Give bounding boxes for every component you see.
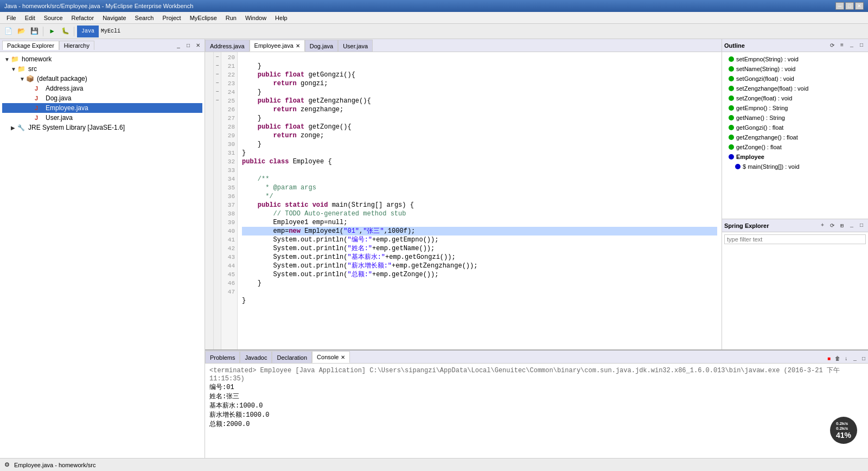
tab-problems[interactable]: Problems (205, 351, 240, 363)
outline-item-main[interactable]: $ main(String[]) : void (724, 162, 866, 171)
close-button[interactable]: ✕ (855, 2, 864, 10)
outline-label-getzengzhange: getZengzhange() : float (736, 134, 798, 141)
menu-source[interactable]: Source (40, 14, 67, 22)
fold-14[interactable]: − (214, 88, 221, 97)
maximize-panel-icon[interactable]: □ (184, 41, 193, 50)
tab-hierarchy[interactable]: Hierarchy (59, 41, 94, 50)
tree-item-homework[interactable]: ▼ 📁 homework (2, 54, 202, 64)
spring-refresh-icon[interactable]: ⟳ (828, 221, 837, 230)
code-content[interactable]: } public float getGongzi(){ return gongz… (238, 52, 722, 349)
fold-12[interactable]: − (214, 79, 221, 88)
tab-package-explorer[interactable]: Package Explorer (2, 41, 59, 50)
outline-collapse-icon[interactable]: ≡ (838, 41, 846, 50)
outline-item-setzengzhange[interactable]: setZengzhange(float) : void (724, 84, 866, 93)
tree-item-address-java[interactable]: J Address.java (2, 84, 202, 93)
console-max-icon[interactable]: □ (859, 354, 868, 363)
outline-item-getzengzhange[interactable]: getZengzhange() : float (724, 132, 866, 142)
fold-2[interactable]: − (214, 53, 221, 62)
tab-dog-java[interactable]: Dog.java (305, 40, 338, 52)
status-bar: ⚙ Employee.java - homework/src 0.2k/s 0.… (0, 458, 868, 471)
tree-item-jre[interactable]: ▶ 🔧 JRE System Library [JavaSE-1.6] (2, 123, 202, 132)
outline-label-getgongzi: getGongzi() : float (736, 124, 783, 131)
tab-address-java[interactable]: Address.java (205, 40, 250, 52)
expand-src: ▼ (11, 66, 17, 72)
tree-item-user-java[interactable]: J User.java (2, 113, 202, 123)
toolbar-sep-2 (74, 27, 74, 36)
tab-console[interactable]: Console ✕ (312, 351, 350, 363)
myecl-perspective[interactable]: MyEcli (100, 26, 122, 37)
spring-header-icons: + ⟳ ⊞ _ □ (818, 221, 866, 230)
menu-navigate[interactable]: Navigate (98, 14, 130, 22)
outline-item-setzonge[interactable]: setZonge(float) : void (724, 93, 866, 103)
outline-item-employee-class[interactable]: Employee (724, 152, 866, 162)
spring-add-icon[interactable]: + (818, 221, 827, 230)
tree-label-default-package: (default package) (37, 75, 87, 82)
menu-refactor[interactable]: Refactor (67, 14, 99, 22)
outline-item-getzonge[interactable]: getZonge() : float (724, 142, 866, 152)
debug-button[interactable]: 🐛 (59, 26, 71, 37)
save-button[interactable]: 💾 (28, 26, 40, 37)
menu-search[interactable]: Search (131, 14, 158, 22)
open-button[interactable]: 📂 (15, 26, 27, 37)
close-employee-tab[interactable]: ✕ (296, 43, 300, 49)
run-button[interactable]: ▶ (46, 26, 58, 37)
java-perspective[interactable]: Java (77, 26, 99, 37)
outline-min-icon[interactable]: _ (847, 41, 856, 50)
marker-area (205, 52, 214, 349)
menu-help[interactable]: Help (271, 14, 292, 22)
tree-item-dog-java[interactable]: J Dog.java (2, 93, 202, 103)
console-clear-btn[interactable]: 🗑 (833, 354, 842, 363)
outline-item-setname[interactable]: setName(String) : void (724, 64, 866, 74)
fold-8[interactable]: − (214, 71, 221, 79)
menu-project[interactable]: Project (158, 14, 185, 22)
close-panel-icon[interactable]: ✕ (194, 41, 202, 50)
left-panel: Package Explorer Hierarchy _ □ ✕ ▼ 📁 (0, 39, 205, 458)
tab-user-java[interactable]: User.java (338, 40, 373, 52)
status-text: Employee.java - homework/src (14, 462, 95, 468)
console-min-icon[interactable]: _ (851, 354, 859, 363)
outline-item-setgongzi[interactable]: setGongzi(float) : void (724, 74, 866, 84)
menu-edit[interactable]: Edit (21, 14, 40, 22)
spring-max-icon[interactable]: □ (857, 221, 866, 230)
outline-item-setempno[interactable]: setEmpno(String) : void (724, 54, 866, 64)
outline-item-getname[interactable]: getName() : String (724, 113, 866, 123)
spring-min-icon[interactable]: _ (847, 221, 856, 230)
menu-myeclipse[interactable]: MyEclipse (186, 14, 221, 22)
spring-explorer-section: Spring Explorer + ⟳ ⊞ _ □ (722, 219, 868, 349)
minimize-panel-icon[interactable]: _ (174, 41, 183, 50)
maximize-button[interactable]: □ (845, 2, 854, 10)
menu-run[interactable]: Run (221, 14, 241, 22)
tree-item-default-package[interactable]: ▼ 📦 (default package) (2, 74, 202, 84)
minimize-button[interactable]: ─ (835, 2, 844, 10)
outline-sync-icon[interactable]: ⟳ (828, 41, 837, 50)
main-content: Package Explorer Hierarchy _ □ ✕ ▼ 📁 (0, 39, 868, 458)
menu-window[interactable]: Window (241, 14, 271, 22)
close-console-tab[interactable]: ✕ (341, 354, 345, 360)
spring-layout-icon[interactable]: ⊞ (838, 221, 846, 230)
outline-item-getgongzi[interactable]: getGongzi() : float (724, 123, 866, 132)
fold-17[interactable]: − (214, 97, 221, 105)
tree-item-src[interactable]: ▼ 📁 src (2, 64, 202, 74)
tab-employee-java[interactable]: Employee.java ✕ (250, 40, 305, 52)
console-output-line-1: 编号:01 (209, 383, 864, 392)
panel-header-icons: _ □ ✕ (174, 41, 202, 50)
outline-max-icon[interactable]: □ (857, 41, 866, 50)
editor-area: Address.java Employee.java ✕ Dog.java Us… (205, 39, 868, 458)
outline-label-getname: getName() : String (736, 114, 785, 121)
window-controls: ─ □ ✕ (835, 2, 864, 10)
tab-declaration[interactable]: Declaration (272, 351, 312, 363)
fold-5[interactable]: − (214, 62, 221, 71)
console-terminated-line: <terminated> Employee [Java Application]… (209, 366, 864, 383)
console-scroll-btn[interactable]: ↓ (842, 354, 851, 363)
center-editor: Address.java Employee.java ✕ Dog.java Us… (205, 39, 722, 349)
outline-header: Outline ⟳ ≡ _ □ (722, 39, 868, 52)
tree-item-employee-java[interactable]: J Employee.java (2, 103, 202, 113)
outline-item-getempno[interactable]: getEmpno() : String (724, 103, 866, 113)
console-terminate-btn[interactable]: ■ (825, 354, 833, 363)
console-output-line-5: 总额:2000.0 (209, 419, 864, 429)
spring-filter-input[interactable] (724, 234, 866, 244)
menu-file[interactable]: File (2, 14, 21, 22)
new-button[interactable]: 📄 (2, 26, 14, 37)
tab-javadoc[interactable]: Javadoc (240, 351, 272, 363)
outline-label-setzengzhange: setZengzhange(float) : void (736, 85, 808, 92)
